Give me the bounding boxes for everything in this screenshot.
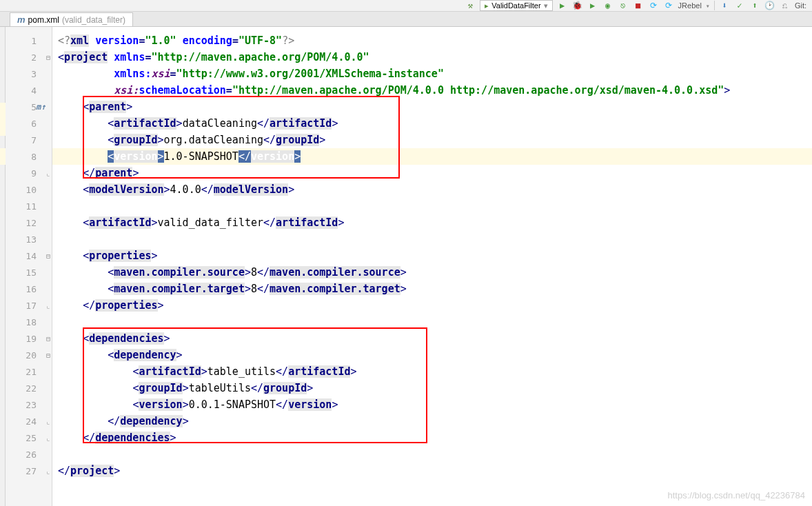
code-line[interactable]: <maven.compiler.target>8</maven.compiler… (52, 281, 812, 297)
code-line[interactable] (52, 446, 812, 463)
gutter-row[interactable]: 9⌞ (6, 165, 52, 181)
gutter-row[interactable]: 13 (6, 231, 52, 247)
code-line[interactable]: </properties> (52, 297, 812, 314)
history-icon[interactable]: 🕑 (764, 0, 775, 11)
update-icon[interactable]: ⬇ (719, 0, 730, 11)
gutter-row[interactable]: 12 (6, 214, 52, 231)
gutter-row[interactable]: 25⌞ (6, 429, 52, 446)
jrebel-label: JRebel (678, 1, 702, 10)
gutter-row[interactable]: 1 (6, 32, 52, 49)
separator (714, 1, 715, 10)
jrebel-icon[interactable]: ⟳ (648, 0, 659, 11)
code-line[interactable]: <modelVersion>4.0.0</modelVersion> (52, 181, 812, 198)
hammer-icon[interactable]: ⚒ (465, 0, 476, 11)
gutter-row[interactable]: 20⊟ (6, 347, 52, 363)
gutter-row[interactable]: 24⌞ (6, 413, 52, 429)
coverage-icon[interactable]: ▶ (587, 0, 598, 11)
gutter-row[interactable]: 5m↑ (6, 99, 52, 115)
code-line[interactable]: <?xml version="1.0" encoding="UTF-8"?> (52, 32, 812, 49)
code-line[interactable] (52, 231, 812, 247)
fold-icon[interactable]: ⊟ (46, 252, 50, 260)
tab-filename: pom.xml (28, 15, 59, 25)
push-icon[interactable]: ⬆ (749, 0, 760, 11)
run-icon[interactable]: ▶ (557, 0, 568, 11)
code-line[interactable]: <parent> (52, 99, 812, 115)
gutter-row[interactable]: 27⌞ (6, 463, 52, 479)
gutter-row[interactable]: 8 (6, 148, 52, 165)
code-line[interactable]: <maven.compiler.source>8</maven.compiler… (52, 264, 812, 281)
editor-tabs: m pom.xml (valid_data_filter) (0, 12, 812, 27)
code-line[interactable]: <groupId>tableUtils</groupId> (52, 380, 812, 396)
gutter-row[interactable]: 22 (6, 380, 52, 396)
gutter-row[interactable]: 10 (6, 181, 52, 198)
gutter-row[interactable]: 4 (6, 82, 52, 99)
run-config-dropdown[interactable]: ▸ ValidDataFilter ▾ (480, 0, 552, 11)
code-line[interactable]: <artifactId>dataCleaning</artifactId> (52, 115, 812, 132)
edge-marker (0, 119, 6, 136)
edge-marker (0, 148, 6, 165)
jrebel-debug-icon[interactable]: ⟳ (663, 0, 674, 11)
fold-end-icon[interactable]: ⌞ (46, 467, 50, 475)
tab-context: (valid_data_filter) (62, 15, 125, 25)
gutter-row[interactable]: 17⌞ (6, 297, 52, 314)
code-line[interactable]: <properties> (52, 247, 812, 264)
chevron-down-icon[interactable]: ▾ (706, 2, 710, 10)
maven-nav-icon[interactable]: m↑ (36, 102, 45, 112)
gutter-row[interactable]: 11 (6, 198, 52, 214)
app-icon: ▸ (485, 1, 489, 10)
code-line[interactable]: <artifactId>table_utils</artifactId> (52, 363, 812, 380)
maven-file-icon: m (17, 14, 26, 25)
gutter-row[interactable]: 19⊟ (6, 330, 52, 347)
code-editor[interactable]: <?xml version="1.0" encoding="UTF-8"?> <… (52, 27, 812, 506)
editor-left-edge (0, 27, 6, 506)
gutter-row[interactable]: 6 (6, 115, 52, 132)
attach-icon[interactable]: ⎋ (618, 0, 629, 11)
profile-icon[interactable]: ◉ (602, 0, 613, 11)
chevron-down-icon: ▾ (544, 1, 548, 10)
code-line[interactable]: </project> (52, 463, 812, 479)
gutter-row[interactable]: 21 (6, 363, 52, 380)
gutter-row[interactable]: 7 (6, 132, 52, 148)
fold-end-icon[interactable]: ⌞ (46, 418, 50, 425)
code-line[interactable]: </dependencies> (52, 429, 812, 446)
tab-pom-xml[interactable]: m pom.xml (valid_data_filter) (10, 12, 133, 26)
git-label: Git: (795, 1, 806, 10)
gutter-row[interactable]: 26 (6, 446, 52, 463)
fold-icon[interactable]: ⊟ (46, 352, 50, 359)
edge-marker (0, 103, 6, 119)
fold-end-icon[interactable]: ⌞ (46, 302, 50, 310)
code-line[interactable]: </dependency> (52, 413, 812, 429)
commit-icon[interactable]: ✓ (734, 0, 745, 11)
stop-icon[interactable]: ■ (633, 0, 644, 11)
run-config-label: ValidDataFilter (491, 1, 540, 10)
debug-icon[interactable]: 🐞 (572, 0, 583, 11)
code-line[interactable]: xsi:schemaLocation="http://maven.apache.… (52, 82, 812, 99)
code-line[interactable]: <artifactId>valid_data_filter</artifactI… (52, 214, 812, 231)
code-line[interactable]: xmlns:xsi="http://www.w3.org/2001/XMLSch… (52, 65, 812, 82)
fold-end-icon[interactable]: ⌞ (46, 434, 50, 442)
gutter: 1 2⊟ 3 4 5m↑ 6 7 8 9⌞ 10 11 12 13 14⊟ 15… (6, 27, 52, 506)
rollback-icon[interactable]: ⎌ (780, 0, 791, 11)
gutter-row[interactable]: 23 (6, 396, 52, 413)
code-line[interactable]: <dependencies> (52, 330, 812, 347)
fold-end-icon[interactable]: ⌞ (46, 170, 50, 177)
watermark-text: https://blog.csdn.net/qq_42236784 (668, 490, 806, 500)
gutter-row[interactable]: 3 (6, 65, 52, 82)
gutter-row[interactable]: 2⊟ (6, 49, 52, 65)
gutter-row[interactable]: 15 (6, 264, 52, 281)
gutter-row[interactable]: 16 (6, 281, 52, 297)
code-line[interactable]: <groupId>org.dataCleaning</groupId> (52, 132, 812, 148)
gutter-row[interactable]: 14⊟ (6, 247, 52, 264)
code-line[interactable]: <version>0.0.1-SNAPSHOT</version> (52, 396, 812, 413)
code-line[interactable]: <project xmlns="http://maven.apache.org/… (52, 49, 812, 65)
gutter-row[interactable]: 18 (6, 314, 52, 330)
code-line[interactable] (52, 314, 812, 330)
code-line[interactable]: </parent> (52, 165, 812, 181)
code-line[interactable]: <dependency> (52, 347, 812, 363)
main-toolbar: ⚒ ▸ ValidDataFilter ▾ ▶ 🐞 ▶ ◉ ⎋ ■ ⟳ ⟳ JR… (0, 0, 812, 12)
fold-icon[interactable]: ⊟ (46, 335, 50, 343)
editor-area: 1 2⊟ 3 4 5m↑ 6 7 8 9⌞ 10 11 12 13 14⊟ 15… (6, 27, 812, 506)
fold-icon[interactable]: ⊟ (46, 54, 50, 61)
code-line[interactable] (52, 198, 812, 214)
